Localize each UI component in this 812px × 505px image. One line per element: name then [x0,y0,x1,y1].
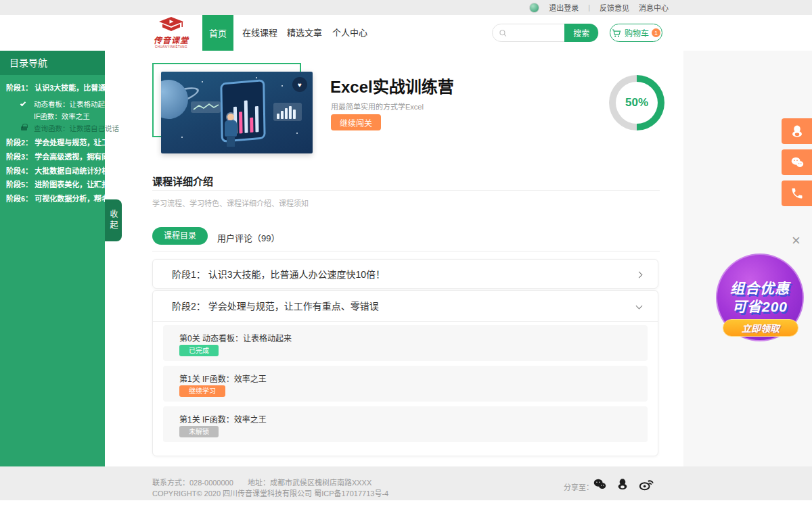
logo-title: 传音课堂 [149,37,194,45]
course-cover-image[interactable]: ♥ [161,72,313,153]
footer-address: 地址：成都市武侯区槐树店南路XXXX [248,479,371,487]
nav-home[interactable]: 首页 [202,15,233,51]
phone-icon [790,187,804,200]
stage1-title: 阶段1： 认识3大技能，比普通人办公速度快10倍！ [172,269,385,280]
search-input[interactable] [510,26,564,40]
cart-label: 购物车 [625,27,649,39]
bottom-strip [0,500,812,505]
phone-contact-button[interactable] [782,181,812,206]
lesson-status-badge: 已完成 [179,345,219,356]
logo-icon [158,17,185,34]
progress-ring: 50% [609,75,664,130]
header: 传音课堂 CHUANYINKETANG 首页 在线课程 精选文章 个人中心 搜索… [0,15,812,51]
logo-subtitle: CHUANYINKETANG [151,45,191,48]
chevron-down-icon [636,303,643,310]
stage2-title: 阶段2： 学会处理与规范，让工作有重点、零错误 [172,301,379,312]
check-icon [20,101,26,106]
stage1-accordion-header[interactable]: 阶段1： 认识3大技能，比普通人办公速度快10倍！ [153,260,658,289]
cart-count-badge: 1 [652,28,660,37]
catalog-sidebar: 目录导航 阶段1： 认识3大技能，比普通人... 动态看板：让表格动起来 IF函… [0,51,105,466]
feedback-link[interactable]: 反馈意见 [600,2,629,13]
body-wrap: ♥ Excel实战训练营 用最简单实用的方式学Excel 继续闯关 50% 课程… [0,51,812,466]
sidebar-lesson-dashboard[interactable]: 动态看板：让表格动起来 [0,99,105,110]
search-button[interactable]: 搜索 [564,24,598,42]
lesson-status-badge: 未解锁 [179,426,219,437]
search-icon [499,28,507,38]
share-wechat-icon[interactable] [591,477,608,494]
lesson-title: 第1关 IF函数：效率之王 [179,413,267,425]
message-center-link[interactable]: 消息中心 [639,2,669,13]
sidebar-stage-4[interactable]: 阶段4： 大批数据自动统计分析，... [0,165,105,177]
wechat-icon [789,155,805,170]
sidebar-title: 目录导航 [0,51,105,75]
divider [152,251,660,251]
lesson-row[interactable]: 第1关 IF函数：效率之王 继续学习 [163,366,648,402]
site-logo[interactable]: 传音课堂 CHUANYINKETANG [149,17,194,49]
stage2-accordion: 阶段2： 学会处理与规范，让工作有重点、零错误 第0关 动态看板：让表格动起来 … [152,290,658,456]
tab-course-catalog[interactable]: 课程目录 [152,227,208,245]
line-chart-chip-graphic [191,101,221,113]
sidebar-stage-1[interactable]: 阶段1： 认识3大技能，比普通人... [0,82,105,94]
logout-link[interactable]: 退出登录 [549,2,579,13]
sidebar-stage-2[interactable]: 阶段2： 学会处理与规范，让工作... [0,137,105,149]
qq-contact-button[interactable] [782,118,812,144]
stage2-accordion-header[interactable]: 阶段2： 学会处理与规范，让工作有重点、零错误 [153,291,658,322]
share-qq-icon[interactable] [616,477,629,494]
promo-line2: 可省200 [732,297,788,316]
qq-icon [790,124,805,139]
cart-icon [612,28,622,38]
stage1-accordion: 阶段1： 认识3大技能，比普通人办公速度快10倍！ [152,259,658,289]
topbar-separator: | [588,3,590,11]
promo-line1: 组合优惠 [730,279,790,297]
topbar: 退出登录 | 反馈意见 消息中心 [0,0,812,15]
tab-user-comments[interactable]: 用户评论（99） [217,231,279,244]
sidebar-collapse-tab[interactable]: 收起 [105,199,122,241]
footer: 联系方式：028-0000000 地址：成都市武侯区槐树店南路XXXX COPY… [0,466,812,505]
lock-icon [21,126,27,130]
sidebar-lesson-if-function[interactable]: IF函数：效率之王 [0,111,105,122]
share-weibo-icon[interactable] [637,477,655,494]
nav-personal-center[interactable]: 个人中心 [332,15,367,51]
promo-close-icon[interactable]: × [792,233,800,248]
footer-copyright: COPYRIGHT© 2020 四川传音课堂科技有限公司 蜀ICP备170177… [152,487,388,498]
lesson-title: 第1关 IF函数：效率之王 [179,372,267,384]
lesson-title: 第0关 动态看板：让表格动起来 [179,332,292,343]
cart-button[interactable]: 购物车 1 [610,24,662,42]
wechat-contact-button[interactable] [782,149,812,175]
course-detail-summary: 学习流程、学习特色、课程详细介绍、课程须知 [152,197,309,208]
nav-online-courses[interactable]: 在线课程 [242,15,277,51]
course-title: Excel实战训练营 [330,74,454,97]
course-subtitle: 用最简单实用的方式学Excel [331,101,424,112]
sidebar-stage-6[interactable]: 阶段6： 可视化数据分析，帮老板... [0,193,105,205]
footer-phone: 联系方式：028-0000000 [152,479,233,487]
lesson-row[interactable]: 第1关 IF函数：效率之王 未解锁 [163,406,648,442]
course-detail-section-title: 课程详细介绍 [152,174,213,188]
person-graphic [227,114,234,120]
footer-contact: 联系方式：028-0000000 地址：成都市武侯区槐树店南路XXXX [152,477,384,487]
favorite-heart-icon[interactable]: ♥ [292,77,307,92]
lesson-status-badge[interactable]: 继续学习 [179,385,225,397]
footer-share-label: 分享至： [564,481,593,492]
bar-chart-chip-graphic [273,103,302,121]
lesson-row[interactable]: 第0关 动态看板：让表格动起来 已完成 [163,325,648,361]
continue-challenge-button[interactable]: 继续闯关 [331,114,381,130]
sidebar-stage-5[interactable]: 阶段5： 进阶图表美化，让汇报一... [0,178,105,191]
nav-featured-articles[interactable]: 精选文章 [287,15,322,51]
sidebar-stage-3[interactable]: 阶段3： 学会高级透视，拥有同时... [0,151,105,163]
chevron-right-icon [636,272,643,279]
page: 退出登录 | 反馈意见 消息中心 传音课堂 CHUANYINKETANG 首页 … [0,0,812,505]
search-box: 搜索 [492,24,599,42]
claim-coupon-button[interactable]: 立即领取 [723,319,798,337]
user-avatar[interactable] [529,3,539,13]
planet-graphic [161,80,188,119]
sidebar-lesson-lookup-locked[interactable]: 查询函数：让数据自己说话 [0,123,105,134]
divider [152,190,660,191]
progress-value: 50% [616,82,658,124]
main-panel: ♥ Excel实战训练营 用最简单实用的方式学Excel 继续闯关 50% 课程… [105,51,683,466]
